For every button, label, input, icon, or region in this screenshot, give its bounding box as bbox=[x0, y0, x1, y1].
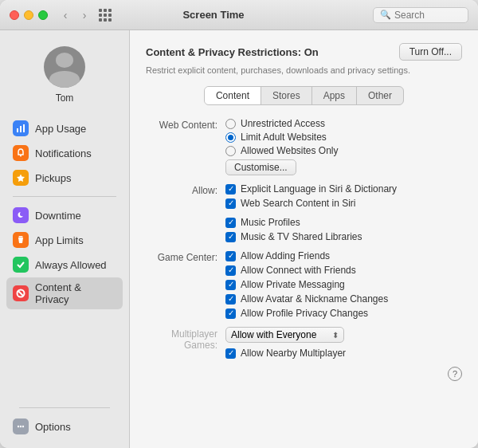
content-privacy-icon bbox=[13, 285, 29, 301]
svg-point-9 bbox=[22, 426, 24, 427]
svg-rect-1 bbox=[20, 126, 22, 132]
radio-circle bbox=[225, 146, 236, 156]
checkbox-checked: ✓ bbox=[225, 218, 236, 228]
game-center-options: ✓ Allow Adding Friends ✓ Allow Connect w… bbox=[225, 250, 462, 319]
sidebar-item-label: App Limits bbox=[35, 234, 84, 246]
sidebar-item-label: Options bbox=[35, 421, 71, 433]
close-button[interactable] bbox=[10, 10, 19, 20]
radio-unrestricted[interactable]: Unrestricted Access bbox=[225, 118, 462, 129]
checkbox-checked: ✓ bbox=[225, 280, 236, 290]
sidebar-item-app-limits[interactable]: App Limits bbox=[6, 228, 123, 252]
sidebar-item-app-usage[interactable]: App Usage bbox=[6, 116, 123, 140]
svg-point-7 bbox=[18, 426, 19, 427]
svg-rect-4 bbox=[19, 236, 23, 238]
pickups-icon bbox=[13, 170, 29, 186]
multiplayer-dropdown-row: Allow with Everyone ⬍ bbox=[225, 327, 462, 343]
sidebar-item-label: Downtime bbox=[35, 210, 81, 222]
radio-circle bbox=[225, 119, 236, 129]
minimize-button[interactable] bbox=[24, 10, 33, 20]
user-section: Tom bbox=[0, 40, 129, 116]
dropdown-arrow-icon: ⬍ bbox=[332, 331, 339, 340]
restriction-subtitle: Restrict explicit content, purchases, do… bbox=[146, 65, 462, 75]
traffic-lights bbox=[10, 10, 48, 20]
checkbox-checked: ✓ bbox=[225, 348, 236, 359]
svg-point-8 bbox=[20, 426, 22, 427]
svg-rect-2 bbox=[23, 124, 25, 132]
radio-circle-selected bbox=[225, 132, 236, 143]
checkbox-checked: ✓ bbox=[225, 294, 236, 305]
multiplayer-label: Multiplayer Games: bbox=[146, 327, 225, 351]
content-area: Tom App Usage Notifications bbox=[0, 30, 478, 448]
sidebar-nav-group2: Downtime App Limits Always Allowed bbox=[0, 203, 129, 309]
checkbox-private-messaging[interactable]: ✓ Allow Private Messaging bbox=[225, 279, 462, 290]
game-center-section: Game Center: ✓ Allow Adding Friends ✓ Al… bbox=[146, 250, 462, 319]
allow-section: Allow: ✓ Explicit Language in Siri & Dic… bbox=[146, 183, 462, 209]
svg-rect-0 bbox=[17, 128, 18, 132]
sidebar-item-options[interactable]: Options bbox=[6, 415, 123, 438]
search-box[interactable]: 🔍 bbox=[373, 7, 468, 23]
tab-apps[interactable]: Apps bbox=[312, 87, 357, 104]
titlebar: ‹ › Screen Time 🔍 bbox=[0, 0, 478, 30]
tab-other[interactable]: Other bbox=[357, 87, 403, 104]
checkbox-music-profiles[interactable]: ✓ Music Profiles bbox=[225, 217, 462, 228]
radio-allowed-only[interactable]: Allowed Websites Only bbox=[225, 145, 462, 156]
profiles-section: ✓ Music Profiles ✓ Music & TV Shared Lib… bbox=[146, 217, 462, 242]
downtime-icon bbox=[13, 207, 29, 223]
multiplayer-dropdown[interactable]: Allow with Everyone ⬍ bbox=[225, 327, 344, 343]
sidebar-item-label: Pickups bbox=[35, 172, 72, 184]
sidebar: Tom App Usage Notifications bbox=[0, 30, 130, 448]
profiles-checkboxes: ✓ Music Profiles ✓ Music & TV Shared Lib… bbox=[225, 217, 462, 242]
customise-button[interactable]: Customise... bbox=[225, 159, 296, 175]
sidebar-item-always-allowed[interactable]: Always Allowed bbox=[6, 253, 123, 277]
checkbox-adding-friends[interactable]: ✓ Allow Adding Friends bbox=[225, 250, 462, 261]
checkbox-profile-privacy[interactable]: ✓ Allow Profile Privacy Changes bbox=[225, 308, 462, 319]
radio-limit-adult[interactable]: Limit Adult Websites bbox=[225, 132, 462, 143]
sidebar-divider bbox=[13, 196, 116, 197]
sidebar-divider-bottom bbox=[19, 407, 110, 408]
game-center-label: Game Center: bbox=[146, 250, 225, 263]
web-content-label: Web Content: bbox=[146, 118, 225, 131]
web-content-section: Web Content: Unrestricted Access Limit A… bbox=[146, 118, 462, 175]
avatar bbox=[44, 46, 85, 88]
sidebar-item-label: App Usage bbox=[35, 123, 86, 135]
checkbox-avatar-nickname[interactable]: ✓ Allow Avatar & Nickname Changes bbox=[225, 293, 462, 305]
tab-stores[interactable]: Stores bbox=[261, 87, 312, 104]
username: Tom bbox=[56, 92, 74, 104]
main-panel: Content & Privacy Restrictions: On Turn … bbox=[130, 30, 478, 448]
checkbox-music-tv-libraries[interactable]: ✓ Music & TV Shared Libraries bbox=[225, 231, 462, 242]
restriction-title: Content & Privacy Restrictions: On bbox=[146, 46, 319, 58]
checkbox-checked: ✓ bbox=[225, 251, 236, 261]
multiplayer-content: Allow with Everyone ⬍ ✓ Allow Nearby Mul… bbox=[225, 327, 462, 359]
help-button[interactable]: ? bbox=[448, 367, 462, 381]
checkbox-nearby-multiplayer[interactable]: ✓ Allow Nearby Multiplayer bbox=[225, 348, 462, 359]
game-center-checkboxes: ✓ Allow Adding Friends ✓ Allow Connect w… bbox=[225, 250, 462, 319]
sidebar-item-content-privacy[interactable]: Content & Privacy bbox=[6, 277, 123, 309]
always-allowed-icon bbox=[13, 257, 29, 273]
checkbox-explicit-language[interactable]: ✓ Explicit Language in Siri & Dictionary bbox=[225, 183, 462, 195]
sidebar-item-label: Content & Privacy bbox=[35, 281, 116, 305]
restriction-header: Content & Privacy Restrictions: On Turn … bbox=[146, 43, 462, 61]
search-icon: 🔍 bbox=[380, 10, 391, 20]
window-title: Screen Time bbox=[54, 9, 373, 21]
app-limits-icon bbox=[13, 232, 29, 248]
checkbox-checked: ✓ bbox=[225, 265, 236, 276]
fullscreen-button[interactable] bbox=[38, 10, 48, 20]
allow-label: Allow: bbox=[146, 183, 225, 196]
notifications-icon bbox=[13, 145, 29, 161]
allow-checkboxes: ✓ Explicit Language in Siri & Dictionary… bbox=[225, 183, 462, 209]
web-content-options: Unrestricted Access Limit Adult Websites… bbox=[225, 118, 462, 175]
checkbox-checked: ✓ bbox=[225, 198, 236, 209]
checkbox-web-search[interactable]: ✓ Web Search Content in Siri bbox=[225, 198, 462, 209]
app-usage-icon bbox=[13, 120, 29, 136]
turn-off-button[interactable]: Turn Off... bbox=[399, 43, 462, 61]
sidebar-bottom: Options bbox=[0, 401, 129, 438]
sidebar-item-downtime[interactable]: Downtime bbox=[6, 203, 123, 227]
sidebar-item-notifications[interactable]: Notifications bbox=[6, 141, 123, 165]
checkbox-connect-friends[interactable]: ✓ Allow Connect with Friends bbox=[225, 265, 462, 276]
sidebar-item-pickups[interactable]: Pickups bbox=[6, 166, 123, 190]
search-input[interactable] bbox=[394, 10, 458, 21]
sidebar-nav-group1: App Usage Notifications Pickups bbox=[0, 116, 129, 190]
tab-content[interactable]: Content bbox=[205, 87, 261, 104]
svg-line-6 bbox=[19, 292, 23, 296]
tabs-bar: Content Stores Apps Other bbox=[204, 86, 404, 105]
